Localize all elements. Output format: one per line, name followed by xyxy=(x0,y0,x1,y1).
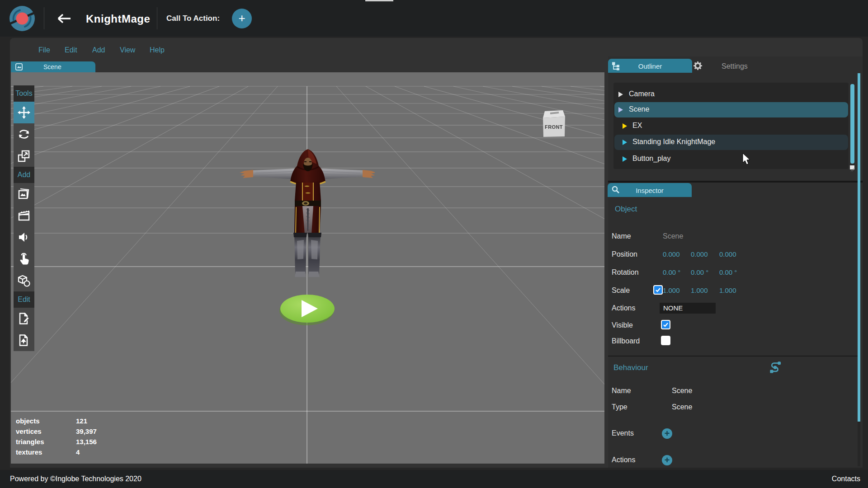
svg-text:FRONT: FRONT xyxy=(545,124,563,130)
